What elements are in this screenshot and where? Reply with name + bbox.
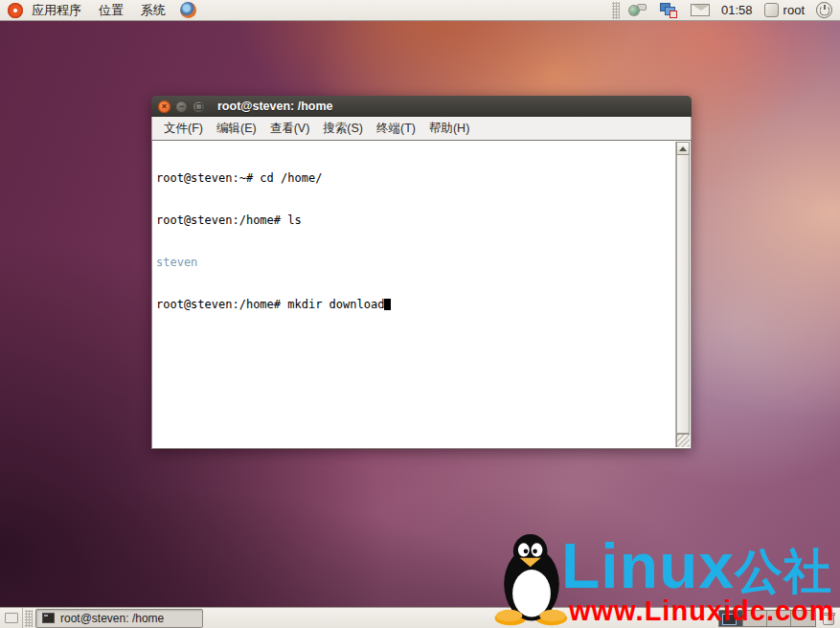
- close-icon[interactable]: ×: [158, 101, 170, 113]
- terminal-menubar: 文件(F) 编辑(E) 查看(V) 搜索(S) 终端(T) 帮助(H): [151, 117, 692, 140]
- menu-system[interactable]: 系统: [132, 0, 174, 20]
- top-panel: 应用程序 位置 系统 01:58 root: [0, 0, 840, 21]
- window-title: root@steven: /home: [217, 100, 333, 113]
- computers-offline-icon[interactable]: [660, 3, 677, 18]
- scroll-up-icon[interactable]: [676, 142, 690, 155]
- panel-tray: 01:58 root: [612, 0, 840, 20]
- panel-menu: 应用程序 位置 系统: [23, 0, 174, 20]
- firefox-icon[interactable]: [180, 2, 196, 18]
- clock[interactable]: 01:58: [721, 3, 753, 17]
- terminal-line-prompt: root@steven:/home# mkdir download: [156, 298, 674, 312]
- menu-search[interactable]: 搜索(S): [316, 117, 370, 140]
- mail-icon[interactable]: [691, 4, 710, 16]
- user-badge-icon[interactable]: [764, 3, 779, 17]
- workspace-4[interactable]: [791, 611, 815, 626]
- show-desktop-button[interactable]: [0, 608, 23, 628]
- ubuntu-logo-icon[interactable]: [8, 3, 23, 18]
- terminal-titlebar[interactable]: × − ▢ root@steven: /home: [151, 96, 692, 117]
- minimize-icon[interactable]: −: [175, 101, 188, 113]
- task-button-label: root@steven: /home: [60, 612, 164, 625]
- terminal-icon: [42, 613, 55, 623]
- terminal-window: × − ▢ root@steven: /home 文件(F) 编辑(E) 查看(…: [151, 96, 692, 449]
- tray-drag-handle[interactable]: [612, 2, 620, 19]
- menu-file[interactable]: 文件(F): [157, 117, 210, 140]
- workspace-1[interactable]: [719, 611, 743, 626]
- bottom-taskbar: root@steven: /home: [0, 607, 840, 628]
- terminal-line: root@steven:~# cd /home/: [156, 171, 674, 186]
- text-cursor: [384, 299, 391, 310]
- menu-view[interactable]: 查看(V): [263, 117, 317, 140]
- trash-icon[interactable]: [820, 610, 837, 627]
- tasklist-drag-handle[interactable]: [25, 610, 33, 627]
- terminal-line-directory: steven: [156, 256, 674, 270]
- task-button-terminal[interactable]: root@steven: /home: [35, 609, 203, 628]
- show-desktop-icon: [5, 613, 18, 623]
- terminal-content-area[interactable]: root@steven:~# cd /home/ root@steven:/ho…: [151, 140, 692, 449]
- scrollbar[interactable]: [675, 142, 690, 447]
- scrollbar-thumb[interactable]: [676, 155, 690, 434]
- workspace-2[interactable]: [743, 611, 767, 626]
- power-icon[interactable]: [816, 2, 832, 18]
- menu-help[interactable]: 帮助(H): [422, 117, 476, 140]
- menu-terminal[interactable]: 终端(T): [370, 117, 422, 140]
- menu-places[interactable]: 位置: [90, 0, 132, 20]
- user-name[interactable]: root: [783, 3, 805, 17]
- resize-grip[interactable]: [677, 435, 690, 447]
- menu-edit[interactable]: 编辑(E): [210, 117, 263, 140]
- terminal-text: root@steven:~# cd /home/ root@steven:/ho…: [154, 143, 674, 446]
- workspace-switcher: [718, 610, 816, 627]
- network-globe-icon[interactable]: [629, 3, 647, 18]
- workspace-3[interactable]: [767, 611, 791, 626]
- menu-applications[interactable]: 应用程序: [23, 0, 90, 20]
- maximize-icon[interactable]: ▢: [193, 101, 205, 113]
- terminal-line: root@steven:/home# ls: [156, 213, 674, 228]
